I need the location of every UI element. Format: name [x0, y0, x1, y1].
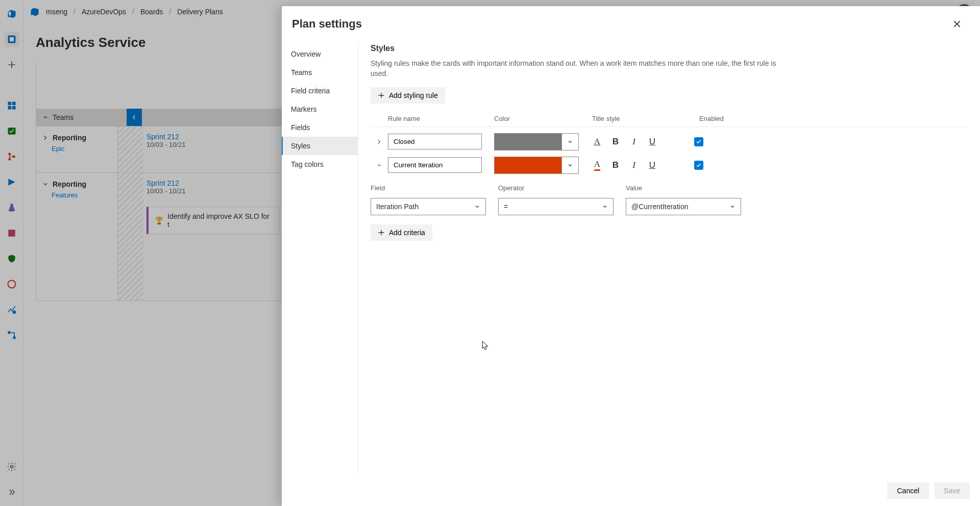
cancel-button[interactable]: Cancel [887, 483, 929, 499]
close-icon[interactable] [948, 15, 966, 33]
col-title-style: Title style [592, 115, 699, 122]
col-color: Color [494, 115, 592, 122]
underline-button[interactable]: U [646, 135, 658, 148]
bold-button[interactable]: B [609, 159, 622, 172]
criteria-operator-value: = [504, 203, 508, 211]
plan-settings-panel: Plan settings Overview Teams Field crite… [282, 6, 980, 506]
nav-markers[interactable]: Markers [282, 100, 358, 118]
enabled-checkbox[interactable] [694, 161, 703, 170]
color-swatch [494, 157, 561, 174]
save-button[interactable]: Save [934, 483, 970, 499]
section-description: Styling rules make the cards with import… [371, 58, 779, 79]
add-criteria-label: Add criteria [389, 229, 425, 237]
section-heading: Styles [371, 44, 968, 53]
criteria-operator-dropdown[interactable]: = [498, 198, 614, 215]
collapse-rule-icon[interactable] [371, 162, 388, 168]
italic-button[interactable]: I [628, 135, 640, 148]
chevron-down-icon [729, 204, 736, 210]
bold-button[interactable]: B [609, 135, 622, 148]
color-dropdown[interactable] [561, 133, 579, 150]
style-rule-row: A B I U [371, 150, 968, 174]
criteria-value-text: @CurrentIteration [631, 203, 688, 211]
font-color-button[interactable]: A [591, 135, 603, 148]
col-rule-name: Rule name [388, 115, 494, 122]
criteria-value-dropdown[interactable]: @CurrentIteration [626, 198, 741, 215]
add-rule-label: Add styling rule [389, 91, 438, 99]
chevron-down-icon [602, 204, 608, 210]
nav-fields[interactable]: Fields [282, 118, 358, 137]
italic-button[interactable]: I [628, 159, 640, 172]
chevron-down-icon [474, 204, 480, 210]
nav-overview[interactable]: Overview [282, 45, 358, 63]
enabled-checkbox[interactable] [694, 137, 703, 146]
plus-icon [378, 92, 385, 99]
panel-nav: Overview Teams Field criteria Markers Fi… [282, 42, 358, 475]
rule-name-input[interactable] [388, 157, 482, 173]
panel-title: Plan settings [292, 17, 362, 31]
plus-icon [378, 229, 385, 236]
add-styling-rule-button[interactable]: Add styling rule [371, 87, 445, 104]
nav-field-criteria[interactable]: Field criteria [282, 82, 358, 100]
color-swatch [494, 133, 561, 150]
underline-button[interactable]: U [646, 159, 658, 172]
nav-tag-colors[interactable]: Tag colors [282, 155, 358, 173]
criteria-field-value: Iteration Path [376, 203, 419, 211]
style-rule-row: A B I U [371, 127, 968, 150]
rule-name-input[interactable] [388, 134, 482, 149]
font-color-button[interactable]: A [591, 159, 603, 172]
criteria-value-label: Value [626, 184, 753, 192]
criteria-field-label: Field [371, 184, 498, 192]
col-enabled: Enabled [699, 115, 740, 122]
color-dropdown[interactable] [561, 157, 579, 174]
add-criteria-button[interactable]: Add criteria [371, 224, 432, 241]
criteria-field-dropdown[interactable]: Iteration Path [371, 198, 486, 215]
expand-rule-icon[interactable] [371, 139, 388, 145]
nav-teams[interactable]: Teams [282, 63, 358, 82]
criteria-operator-label: Operator [498, 184, 626, 192]
nav-styles[interactable]: Styles [282, 137, 358, 155]
